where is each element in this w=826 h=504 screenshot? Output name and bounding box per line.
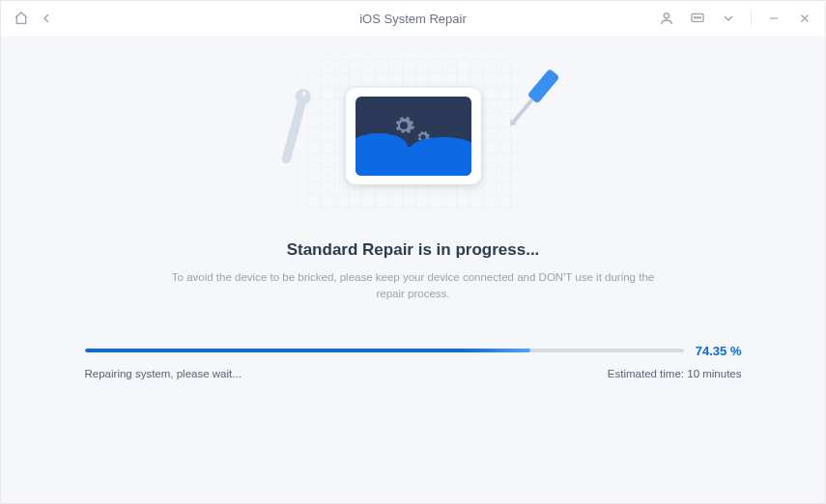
home-icon[interactable] [13, 10, 30, 27]
device-screen [356, 97, 471, 176]
progress-percent-label: 74.35 % [696, 344, 742, 358]
wave-graphic [356, 147, 471, 176]
minimize-icon[interactable] [765, 10, 783, 27]
app-window: iOS System Repair [0, 0, 826, 504]
progress-estimated-time: Estimated time: 10 minutes [608, 368, 742, 379]
svg-point-3 [697, 17, 698, 18]
main-content: Standard Repair is in progress... To avo… [1, 36, 825, 503]
back-icon[interactable] [38, 10, 55, 27]
window-title: iOS System Repair [359, 12, 467, 26]
repair-illustration [307, 59, 520, 213]
close-icon[interactable] [796, 10, 813, 27]
progress-status-text: Repairing system, please wait... [85, 368, 242, 379]
svg-point-0 [664, 14, 669, 18]
progress-bar-row: 74.35 % [85, 344, 742, 358]
titlebar-right [658, 10, 813, 27]
user-icon[interactable] [658, 10, 675, 27]
progress-info: Repairing system, please wait... Estimat… [85, 368, 742, 379]
titlebar-divider [751, 11, 752, 26]
titlebar: iOS System Repair [1, 1, 825, 36]
feedback-icon[interactable] [689, 10, 706, 27]
progress-fill [85, 349, 530, 352]
svg-point-4 [699, 17, 700, 18]
titlebar-left [13, 10, 55, 27]
progress-track [85, 349, 684, 352]
svg-point-2 [695, 17, 696, 18]
progress-area: 74.35 % Repairing system, please wait...… [85, 344, 742, 379]
chevron-down-icon[interactable] [720, 10, 737, 27]
device-frame [346, 88, 481, 184]
progress-subtext: To avoid the device to be bricked, pleas… [162, 269, 665, 303]
progress-heading: Standard Repair is in progress... [287, 240, 540, 260]
